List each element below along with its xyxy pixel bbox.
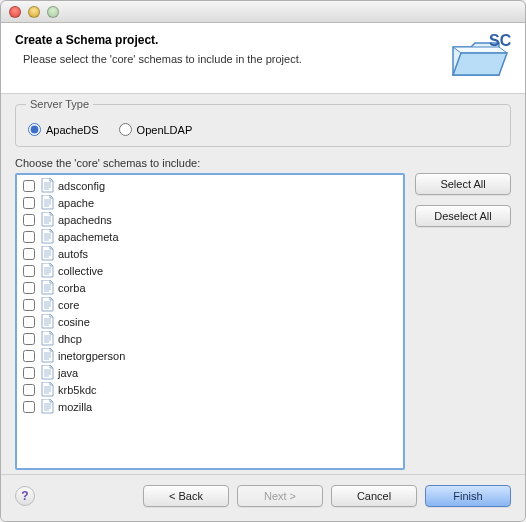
- list-item[interactable]: mozilla: [17, 398, 403, 415]
- help-button[interactable]: ?: [15, 486, 35, 506]
- minimize-window-button[interactable]: [28, 6, 40, 18]
- list-item[interactable]: dhcp: [17, 330, 403, 347]
- schema-checkbox[interactable]: [23, 180, 35, 192]
- list-item[interactable]: apachedns: [17, 211, 403, 228]
- list-item[interactable]: core: [17, 296, 403, 313]
- file-icon: [41, 365, 54, 380]
- server-type-label: Server Type: [26, 98, 93, 110]
- radio-apacheds-input[interactable]: [28, 123, 41, 136]
- file-icon: [41, 178, 54, 193]
- list-item[interactable]: krb5kdc: [17, 381, 403, 398]
- file-icon: [41, 212, 54, 227]
- server-type-radios: ApacheDS OpenLDAP: [28, 123, 498, 136]
- window-titlebar: [1, 1, 525, 23]
- radio-apacheds-label: ApacheDS: [46, 124, 99, 136]
- list-item[interactable]: corba: [17, 279, 403, 296]
- schemas-section: Choose the 'core' schemas to include: ad…: [15, 157, 511, 470]
- schema-name: apache: [58, 197, 94, 209]
- wizard-content: Server Type ApacheDS OpenLDAP Choose the…: [1, 94, 525, 474]
- file-icon: [41, 280, 54, 295]
- page-subtitle: Please select the 'core' schemas to incl…: [15, 53, 302, 65]
- close-window-button[interactable]: [9, 6, 21, 18]
- list-item[interactable]: cosine: [17, 313, 403, 330]
- schema-checkbox[interactable]: [23, 282, 35, 294]
- schemas-label: Choose the 'core' schemas to include:: [15, 157, 511, 169]
- wizard-footer: ? < Back Next > Cancel Finish: [1, 474, 525, 521]
- list-item[interactable]: adsconfig: [17, 177, 403, 194]
- file-icon: [41, 314, 54, 329]
- schema-checkbox[interactable]: [23, 231, 35, 243]
- schema-checkbox[interactable]: [23, 214, 35, 226]
- schema-checkbox[interactable]: [23, 367, 35, 379]
- schema-checkbox[interactable]: [23, 197, 35, 209]
- schema-list[interactable]: adsconfig apache apachedns apachemeta au…: [15, 173, 405, 470]
- banner-text: Create a Schema project. Please select t…: [15, 33, 302, 65]
- radio-openldap[interactable]: OpenLDAP: [119, 123, 193, 136]
- list-item[interactable]: collective: [17, 262, 403, 279]
- cancel-button[interactable]: Cancel: [331, 485, 417, 507]
- svg-text:SC: SC: [489, 33, 511, 49]
- folder-schema-icon: SC: [449, 33, 511, 81]
- file-icon: [41, 348, 54, 363]
- radio-apacheds[interactable]: ApacheDS: [28, 123, 99, 136]
- help-icon: ?: [21, 489, 28, 503]
- schema-name: corba: [58, 282, 86, 294]
- schema-checkbox[interactable]: [23, 333, 35, 345]
- select-all-button[interactable]: Select All: [415, 173, 511, 195]
- list-item[interactable]: apache: [17, 194, 403, 211]
- schema-checkbox[interactable]: [23, 350, 35, 362]
- file-icon: [41, 246, 54, 261]
- schema-name: mozilla: [58, 401, 92, 413]
- schema-checkbox[interactable]: [23, 265, 35, 277]
- schema-name: apachedns: [58, 214, 112, 226]
- next-button: Next >: [237, 485, 323, 507]
- file-icon: [41, 263, 54, 278]
- schema-name: collective: [58, 265, 103, 277]
- side-buttons: Select All Deselect All: [415, 173, 511, 470]
- schema-checkbox[interactable]: [23, 316, 35, 328]
- file-icon: [41, 331, 54, 346]
- back-button[interactable]: < Back: [143, 485, 229, 507]
- radio-openldap-input[interactable]: [119, 123, 132, 136]
- schema-name: inetorgperson: [58, 350, 125, 362]
- schema-name: dhcp: [58, 333, 82, 345]
- radio-openldap-label: OpenLDAP: [137, 124, 193, 136]
- schemas-row: adsconfig apache apachedns apachemeta au…: [15, 173, 511, 470]
- schema-name: autofs: [58, 248, 88, 260]
- file-icon: [41, 229, 54, 244]
- schema-name: apachemeta: [58, 231, 119, 243]
- wizard-banner: Create a Schema project. Please select t…: [1, 23, 525, 94]
- schema-checkbox[interactable]: [23, 248, 35, 260]
- schema-name: java: [58, 367, 78, 379]
- list-item[interactable]: inetorgperson: [17, 347, 403, 364]
- finish-button[interactable]: Finish: [425, 485, 511, 507]
- list-item[interactable]: autofs: [17, 245, 403, 262]
- file-icon: [41, 297, 54, 312]
- list-item[interactable]: java: [17, 364, 403, 381]
- zoom-window-button[interactable]: [47, 6, 59, 18]
- schema-name: adsconfig: [58, 180, 105, 192]
- server-type-group: Server Type ApacheDS OpenLDAP: [15, 104, 511, 147]
- deselect-all-button[interactable]: Deselect All: [415, 205, 511, 227]
- schema-checkbox[interactable]: [23, 401, 35, 413]
- file-icon: [41, 195, 54, 210]
- list-item[interactable]: apachemeta: [17, 228, 403, 245]
- schema-name: core: [58, 299, 79, 311]
- file-icon: [41, 382, 54, 397]
- schema-checkbox[interactable]: [23, 299, 35, 311]
- schema-checkbox[interactable]: [23, 384, 35, 396]
- schema-name: cosine: [58, 316, 90, 328]
- file-icon: [41, 399, 54, 414]
- page-title: Create a Schema project.: [15, 33, 302, 47]
- schema-name: krb5kdc: [58, 384, 97, 396]
